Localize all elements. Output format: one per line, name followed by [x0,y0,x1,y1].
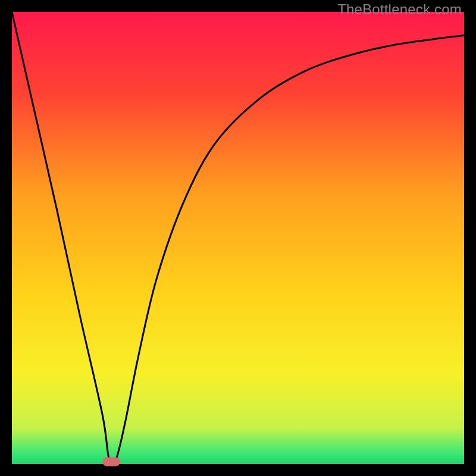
chart-gradient-background [12,12,464,464]
svg-rect-0 [12,12,464,464]
watermark-text: TheBottleneck.com [337,1,462,18]
optimum-marker [102,458,120,466]
chart-frame [12,12,464,464]
